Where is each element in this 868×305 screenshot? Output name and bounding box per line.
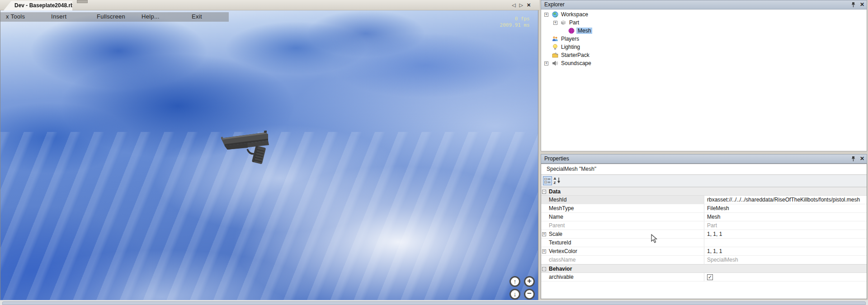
tab-prev-icon[interactable]: ◁: [512, 2, 515, 9]
pin-icon[interactable]: [851, 2, 856, 8]
property-name[interactable]: Name: [548, 213, 704, 221]
performance-overlay: 0 fps 2009.91 ms: [500, 16, 530, 28]
roblox-studio-window: Dev - Baseplate2048.rbxl ◁ ▷ ✕ x Tools I…: [0, 0, 868, 305]
tree-item-label: StarterPack: [561, 52, 590, 58]
property-name: className: [548, 256, 704, 264]
category-row-data[interactable]: − Data: [541, 187, 867, 196]
tree-item-lighting[interactable]: Lighting: [541, 43, 867, 52]
property-name[interactable]: archivable: [548, 273, 704, 281]
close-icon[interactable]: ✕: [860, 155, 864, 162]
property-row-meshtype[interactable]: MeshType FileMesh: [541, 204, 867, 213]
property-name[interactable]: Scale: [548, 230, 704, 238]
property-value[interactable]: FileMesh: [704, 204, 867, 212]
background-tab-notch: [77, 0, 88, 3]
property-value[interactable]: 1, 1, 1: [704, 230, 867, 238]
menu-item-insert[interactable]: Insert: [51, 13, 66, 20]
properties-toolbar: A Z: [541, 175, 867, 187]
lightbulb-icon: [552, 44, 558, 50]
menu-item-exit[interactable]: Exit: [192, 13, 202, 20]
sort-az-button[interactable]: A Z: [553, 176, 562, 185]
pistol-mesh-object[interactable]: [220, 129, 279, 165]
selected-object-header: SpecialMesh "Mesh": [541, 164, 867, 175]
property-value[interactable]: 1, 1, 1: [704, 247, 867, 255]
players-icon: [552, 36, 558, 42]
tree-item-mesh[interactable]: Mesh: [541, 27, 867, 35]
expander-icon[interactable]: +: [544, 13, 548, 17]
expander-icon[interactable]: +: [542, 249, 546, 253]
property-name: Parent: [548, 221, 704, 230]
tree-item-label: Players: [561, 36, 579, 42]
tree-item-label: Lighting: [561, 44, 580, 50]
menu-item-fullscreen[interactable]: Fullscreen: [97, 13, 125, 20]
status-bar-pill: [2, 301, 866, 305]
properties-panel-header: Properties ✕: [541, 154, 867, 164]
starterpack-icon: [552, 52, 558, 58]
camera-zoom-out-button[interactable]: −: [524, 289, 535, 300]
right-dock: Explorer ✕ + Workspace: [541, 0, 867, 300]
property-row-classname: className SpecialMesh: [541, 256, 867, 264]
property-value[interactable]: rbxasset://../../../shareddata/RiseOfThe…: [704, 196, 867, 204]
tree-item-players[interactable]: Players: [541, 35, 867, 43]
tree-item-workspace[interactable]: + Workspace: [541, 11, 867, 19]
expander-icon[interactable]: +: [542, 232, 546, 236]
categorized-view-button[interactable]: [543, 176, 552, 185]
document-tab-bar: Dev - Baseplate2048.rbxl ◁ ▷ ✕: [0, 0, 539, 10]
property-row-archivable[interactable]: archivable ✓: [541, 273, 867, 282]
tree-item-label: Workspace: [561, 11, 588, 18]
property-name[interactable]: TextureId: [548, 239, 704, 247]
fps-counter: 0 fps: [500, 16, 530, 22]
close-icon[interactable]: ✕: [860, 1, 864, 8]
category-label: Data: [548, 188, 864, 195]
expander-icon[interactable]: +: [553, 21, 557, 25]
tab-title: Dev - Baseplate2048.rbxl: [14, 2, 78, 9]
camera-tilt-up-button[interactable]: ↑: [509, 276, 520, 287]
speaker-icon: [552, 60, 558, 66]
property-name[interactable]: MeshType: [548, 204, 704, 212]
tab-scroll-controls: ◁ ▷ ✕: [512, 2, 538, 9]
pin-icon[interactable]: [851, 156, 856, 162]
properties-title: Properties: [544, 155, 569, 162]
property-row-scale[interactable]: + Scale 1, 1, 1: [541, 230, 867, 239]
property-name[interactable]: MeshId: [548, 196, 704, 204]
property-value: SpecialMesh: [704, 256, 867, 264]
tree-item-part[interactable]: + Part: [541, 19, 867, 27]
property-value[interactable]: Mesh: [704, 213, 867, 221]
status-bar: [0, 300, 868, 305]
camera-tilt-down-button[interactable]: ↓: [509, 289, 520, 300]
camera-zoom-in-button[interactable]: +: [524, 276, 535, 287]
property-value[interactable]: [704, 239, 867, 247]
tab-close-icon[interactable]: ✕: [527, 2, 531, 9]
part-icon: [560, 19, 566, 26]
categorized-icon: [543, 177, 552, 185]
property-name[interactable]: VertexColor: [548, 247, 704, 255]
category-row-behavior[interactable]: − Behavior: [541, 264, 867, 273]
property-row-meshid[interactable]: MeshId rbxasset://../../../shareddata/Ri…: [541, 196, 867, 204]
explorer-tree: + Workspace + Part: [541, 9, 867, 151]
property-row-vertexcolor[interactable]: + VertexColor 1, 1, 1: [541, 247, 867, 256]
tree-item-label-selected: Mesh: [576, 28, 592, 34]
frame-time: 2009.91 ms: [500, 22, 530, 28]
tree-item-label: Soundscape: [561, 60, 591, 66]
tree-item-soundscape[interactable]: + Soundscape: [541, 60, 867, 68]
property-row-name[interactable]: Name Mesh: [541, 213, 867, 221]
property-value: Part: [704, 221, 867, 230]
explorer-title: Explorer: [544, 1, 565, 8]
menu-item-help[interactable]: Help...: [142, 13, 160, 20]
category-label: Behavior: [548, 265, 864, 272]
globe-icon: [552, 11, 558, 18]
sort-az-icon: A Z: [553, 176, 561, 184]
game-menu-bar: x Tools Insert Fullscreen Help... Exit: [0, 12, 229, 22]
expander-icon[interactable]: +: [544, 61, 548, 66]
archivable-checkbox[interactable]: ✓: [707, 274, 713, 280]
property-row-textureid[interactable]: TextureId: [541, 239, 867, 247]
properties-panel-body: SpecialMesh "Mesh": [541, 164, 867, 299]
svg-text:Z: Z: [554, 181, 556, 185]
3d-viewport[interactable]: x Tools Insert Fullscreen Help... Exit 0…: [0, 10, 538, 300]
explorer-panel-header: Explorer ✕: [541, 0, 867, 9]
tree-item-label: Part: [569, 19, 579, 26]
tree-item-starterpack[interactable]: StarterPack: [541, 52, 867, 60]
tab-dev-baseplate[interactable]: Dev - Baseplate2048.rbxl: [4, 1, 72, 10]
tab-next-icon[interactable]: ▷: [519, 2, 523, 9]
property-row-parent: Parent Part: [541, 221, 867, 230]
menu-item-tools[interactable]: x Tools: [6, 13, 25, 20]
